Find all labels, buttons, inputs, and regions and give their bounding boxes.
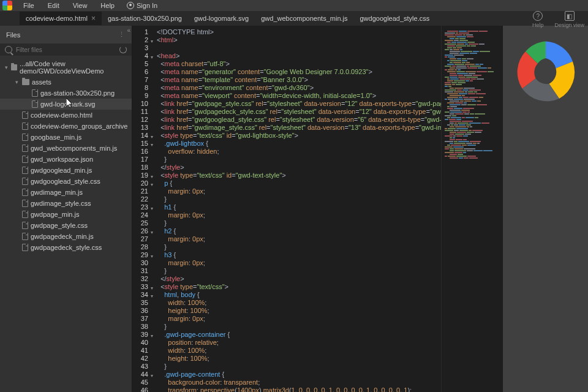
code-line[interactable]: width: 100%;: [157, 299, 436, 307]
tree-item[interactable]: googbase_min.js: [0, 132, 132, 143]
fold-icon[interactable]: ▾: [148, 37, 153, 42]
menu-help[interactable]: Help: [94, 1, 121, 10]
fold-icon[interactable]: ▾: [148, 252, 153, 257]
code-line[interactable]: <meta name="environment" content="gwd-dv…: [157, 84, 436, 92]
code-line[interactable]: <meta name="template" content="Banner 3.…: [157, 76, 436, 84]
fold-icon[interactable]: ▾: [148, 173, 153, 178]
tab[interactable]: gwd_webcomponents_min.js: [255, 12, 353, 24]
code-line[interactable]: h3 {: [157, 251, 436, 259]
code-line[interactable]: [157, 44, 436, 52]
tree-item[interactable]: ▾...all/Code view demo/GWD/codeViewDemo: [0, 58, 132, 77]
code-line[interactable]: <style type="text/css" id="gwd-text-styl…: [157, 172, 436, 179]
code-line[interactable]: .gwd-lightbox {: [157, 140, 436, 148]
code-line[interactable]: <html>: [157, 36, 436, 44]
code-content[interactable]: <!DOCTYPE html><html><head> <meta charse…: [152, 26, 441, 392]
code-line[interactable]: }: [157, 243, 436, 251]
tab[interactable]: codeview-demo.html×: [20, 12, 102, 25]
code-editor[interactable]: 12▾34▾567891011121314▾15▾16171819▾20▾212…: [132, 26, 502, 392]
code-line[interactable]: html, body {: [157, 291, 436, 299]
design-view-button[interactable]: ◧ Design view: [554, 11, 584, 28]
tree-item[interactable]: gwdgooglead_min.js: [0, 165, 132, 176]
code-line[interactable]: margin: 0px;: [157, 187, 436, 195]
code-line[interactable]: margin: 0px;: [157, 315, 436, 323]
code-line[interactable]: <meta name="viewport" content="width=dev…: [157, 92, 436, 100]
code-line[interactable]: <link href="gwdgooglead_style.css" rel="…: [157, 116, 436, 124]
code-line[interactable]: .gwd-page-container {: [157, 331, 436, 339]
tree-item[interactable]: ▾assets: [0, 77, 132, 88]
code-line[interactable]: }: [157, 219, 436, 227]
tree-item[interactable]: gwdpagedeck_min.js: [0, 231, 132, 242]
tree-item[interactable]: gwdpage_style.css: [0, 220, 132, 231]
tab[interactable]: gas-station-300x250.png: [102, 12, 188, 24]
signin-button[interactable]: Sign In: [127, 2, 157, 9]
code-line[interactable]: }: [157, 323, 436, 331]
fold-icon[interactable]: ▾: [148, 284, 153, 289]
menu-view[interactable]: View: [67, 1, 94, 10]
code-line[interactable]: }: [157, 156, 436, 164]
collapse-panel-icon[interactable]: «: [127, 27, 130, 34]
tree-item[interactable]: gwd_workspace.json: [0, 154, 132, 165]
fold-icon[interactable]: ▾: [148, 141, 153, 146]
menu-edit[interactable]: Edit: [42, 1, 66, 10]
tree-item-label: gwdimage_min.js: [31, 189, 83, 196]
code-line[interactable]: <head>: [157, 52, 436, 60]
tree-item[interactable]: gwdpage_min.js: [0, 209, 132, 220]
code-line[interactable]: <style type="text/css">: [157, 283, 436, 291]
code-line[interactable]: h2 {: [157, 227, 436, 235]
code-line[interactable]: }: [157, 363, 436, 371]
code-line[interactable]: overflow: hidden;: [157, 148, 436, 156]
code-line[interactable]: transform: perspective(1400px) matrix3d(…: [157, 386, 436, 392]
code-line[interactable]: <link href="gwdimage_style.css" rel="sty…: [157, 124, 436, 132]
code-line[interactable]: position: relative;: [157, 339, 436, 347]
code-line[interactable]: }: [157, 195, 436, 203]
tree-item[interactable]: gwdpagedeck_style.css: [0, 242, 132, 253]
code-line[interactable]: </style>: [157, 275, 436, 283]
fold-icon[interactable]: ▾: [148, 372, 153, 377]
code-line[interactable]: }: [157, 267, 436, 275]
code-line[interactable]: height: 100%;: [157, 355, 436, 363]
tree-item[interactable]: codeview-demo_groups_archive: [0, 121, 132, 132]
code-line[interactable]: background-color: transparent;: [157, 379, 436, 386]
code-line[interactable]: </style>: [157, 164, 436, 172]
fold-icon[interactable]: ▾: [148, 292, 153, 297]
minimap[interactable]: [441, 26, 502, 392]
tree-item[interactable]: gwd_webcomponents_min.js: [0, 143, 132, 154]
code-line[interactable]: margin: 0px;: [157, 235, 436, 243]
tree-item[interactable]: gwdimage_style.css: [0, 198, 132, 209]
fold-icon[interactable]: ▾: [148, 181, 153, 186]
tree-item[interactable]: gwdgooglead_style.css: [0, 176, 132, 187]
tab-label: gas-station-300x250.png: [108, 15, 182, 22]
tree-item-label: gwdpage_style.css: [31, 222, 88, 229]
help-button[interactable]: ? Help: [532, 11, 544, 28]
code-line[interactable]: <style type="text/css" id="gwd-lightbox-…: [157, 132, 436, 140]
code-line[interactable]: <link href="gwdpagedeck_style.css" rel="…: [157, 108, 436, 116]
filter-input[interactable]: [16, 47, 116, 53]
code-line[interactable]: h1 {: [157, 203, 436, 211]
code-line[interactable]: p {: [157, 179, 436, 187]
code-line[interactable]: <meta charset="utf-8">: [157, 60, 436, 68]
tree-item[interactable]: gas-station-300x250.png: [0, 88, 132, 99]
fold-icon[interactable]: ▾: [148, 228, 153, 233]
code-line[interactable]: <meta name="generator" content="Google W…: [157, 68, 436, 76]
code-line[interactable]: <link href="gwdpage_style.css" rel="styl…: [157, 100, 436, 108]
panel-menu-icon[interactable]: ⋮: [118, 31, 126, 39]
refresh-icon[interactable]: [119, 46, 127, 53]
code-line[interactable]: margin: 0px;: [157, 259, 436, 267]
fold-icon[interactable]: ▾: [148, 53, 153, 58]
fold-icon[interactable]: ▾: [148, 205, 153, 209]
code-line[interactable]: margin: 0px;: [157, 211, 436, 219]
code-line[interactable]: width: 100%;: [157, 347, 436, 355]
tree-item[interactable]: codeview-demo.html: [0, 110, 132, 121]
tree-item[interactable]: gwdimage_min.js: [0, 187, 132, 198]
close-icon[interactable]: ×: [91, 14, 96, 23]
code-line[interactable]: <!DOCTYPE html>: [157, 28, 436, 36]
menu-file[interactable]: File: [17, 1, 40, 10]
fold-icon[interactable]: ▾: [148, 133, 153, 138]
fold-icon[interactable]: ▾: [148, 332, 153, 337]
tab[interactable]: gwdgooglead_style.css: [354, 12, 436, 24]
code-line[interactable]: .gwd-page-content {: [157, 371, 436, 379]
line-number: 31: [132, 267, 148, 275]
tab[interactable]: gwd-logomark.svg: [188, 12, 255, 24]
code-line[interactable]: height: 100%;: [157, 307, 436, 315]
tree-item[interactable]: gwd-logomark.svg: [0, 99, 132, 110]
